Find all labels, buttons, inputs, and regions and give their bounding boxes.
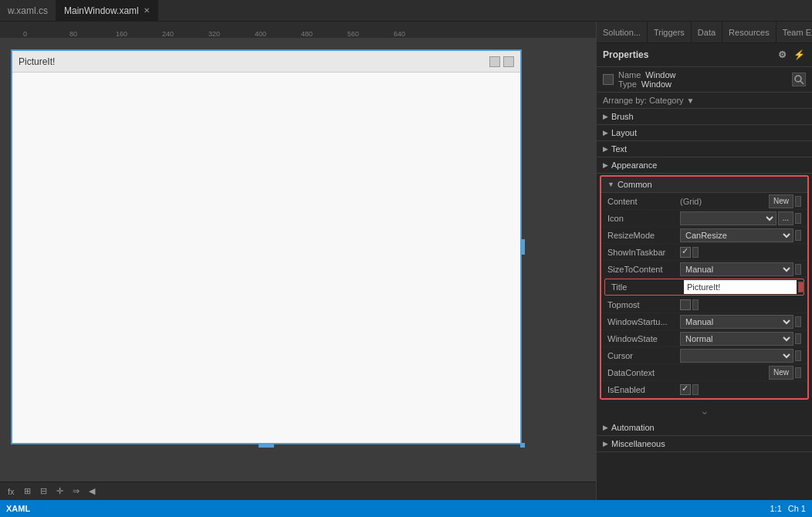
text-arrow-icon: ▶ — [603, 145, 608, 153]
prop-windowstate-select[interactable]: Normal — [680, 332, 793, 346]
prop-icon-dots-btn[interactable]: ... — [778, 211, 793, 225]
forward-button[interactable]: ⇒ — [69, 485, 83, 498]
prop-isenabled-checkbox[interactable] — [680, 384, 691, 395]
section-brush[interactable]: ▶ Brush — [597, 109, 812, 125]
prop-settings-icon[interactable]: ⚙ — [775, 48, 789, 62]
prop-taskbar-control — [680, 247, 801, 258]
section-automation[interactable]: ▶ Automation — [597, 420, 812, 436]
svg-line-1 — [800, 81, 804, 84]
common-label: Common — [617, 180, 652, 189]
prop-visibility-checkbox[interactable] — [603, 74, 614, 85]
prop-size-control: Manual — [680, 262, 801, 276]
type-label: Type — [618, 79, 637, 89]
panel-tab-resources[interactable]: Resources — [722, 22, 776, 42]
win-minimize-btn[interactable] — [489, 56, 500, 67]
arrange-by-arrow: ▼ — [687, 96, 695, 105]
panel-tab-data[interactable]: Data — [692, 22, 722, 42]
prop-topmost-label: Topmost — [607, 300, 677, 309]
tab-xaml-close[interactable]: ✕ — [144, 6, 150, 15]
prop-search-icon[interactable] — [792, 73, 806, 86]
prop-event-icon[interactable]: ⚡ — [792, 48, 806, 62]
xaml-status-bar: XAML 1:1 Ch 1 — [0, 500, 812, 517]
grid2-button[interactable]: ⊟ — [37, 485, 50, 498]
arrange-by[interactable]: Arrange by: Category ▼ — [597, 93, 812, 109]
prop-windowstartup-select[interactable]: Manual — [680, 315, 793, 329]
ruler-tick-560: 560 — [347, 30, 359, 38]
name-label: Name — [618, 70, 641, 79]
panel-tabs: Solution... Triggers Data Resources Team… — [597, 22, 812, 43]
right-panel: Solution... Triggers Data Resources Team… — [596, 22, 812, 500]
prop-windowstartup-marker — [795, 316, 801, 327]
prop-row-title: Title — [604, 279, 804, 296]
prop-datacontext-new-btn[interactable]: New — [769, 366, 793, 380]
scroll-indicator: ⌄ — [597, 401, 812, 420]
prop-datacontext-control: New — [680, 366, 801, 380]
prop-row-windowstartup: WindowStartu... Manual — [601, 313, 807, 330]
prop-taskbar-label: ShowInTaskbar — [607, 248, 677, 257]
prop-size-marker — [795, 264, 801, 275]
ruler-tick-240: 240 — [162, 30, 174, 38]
resize-handle-right[interactable] — [520, 239, 525, 255]
prop-size-select[interactable]: Manual — [680, 262, 793, 276]
section-appearance[interactable]: ▶ Appearance — [597, 157, 812, 174]
layout-arrow-icon: ▶ — [603, 129, 608, 137]
tab-xaml[interactable]: MainWindow.xaml ✕ — [56, 0, 158, 21]
brush-label: Brush — [611, 112, 634, 121]
brush-arrow-icon: ▶ — [603, 113, 608, 120]
prop-content-value: (Grid) — [680, 197, 767, 206]
prop-title-marker — [798, 282, 804, 292]
text-label: Text — [611, 144, 627, 154]
section-layout[interactable]: ▶ Layout — [597, 125, 812, 141]
ruler-tick-0: 0 — [23, 30, 27, 38]
window-content — [12, 73, 520, 443]
win-maximize-btn[interactable] — [503, 56, 514, 67]
xaml-status-right: 1:1 Ch 1 — [770, 504, 806, 513]
main-area: 0 80 160 240 320 400 480 560 640 Picture… — [0, 22, 812, 500]
cross-button[interactable]: ✛ — [53, 485, 66, 498]
prop-icon-select[interactable] — [680, 211, 776, 225]
properties-title: Properties — [603, 49, 648, 60]
prop-windowstartup-label: WindowStartu... — [607, 317, 677, 326]
prop-icon-marker — [795, 213, 801, 224]
prop-cursor-control — [680, 349, 801, 363]
type-value: Window — [641, 79, 672, 89]
panel-tab-solution[interactable]: Solution... — [597, 22, 648, 42]
fx-button[interactable]: fx — [5, 485, 18, 498]
resize-handle-corner[interactable] — [520, 443, 525, 448]
layout-label: Layout — [611, 128, 637, 137]
prop-title-control — [684, 280, 804, 294]
prop-name-type-row: Name Window Type Window — [597, 67, 812, 93]
prop-title-input[interactable] — [684, 280, 797, 294]
prop-cursor-select[interactable] — [680, 349, 793, 363]
prop-topmost-control — [680, 299, 801, 310]
tab-cs[interactable]: w.xaml.cs — [0, 0, 56, 21]
prop-taskbar-checkbox[interactable] — [680, 247, 691, 258]
prop-content-label: Content — [607, 197, 677, 206]
misc-label: Miscellaneous — [611, 439, 665, 448]
prop-row-topmost: Topmost — [601, 296, 807, 313]
ruler-tick-640: 640 — [394, 30, 405, 38]
section-miscellaneous[interactable]: ▶ Miscellaneous — [597, 436, 812, 452]
section-text[interactable]: ▶ Text — [597, 141, 812, 157]
prop-row-size: SizeToContent Manual — [601, 261, 807, 278]
tab-bar: w.xaml.cs MainWindow.xaml ✕ — [0, 0, 812, 22]
grid-button[interactable]: ⊞ — [21, 485, 34, 498]
panel-tab-triggers[interactable]: Triggers — [648, 22, 692, 42]
canvas-area[interactable]: PictureIt! — [0, 39, 596, 482]
prop-content-new-btn[interactable]: New — [769, 194, 793, 208]
ruler-tick-320: 320 — [208, 30, 220, 38]
tab-cs-label: w.xaml.cs — [8, 5, 48, 16]
xaml-status-ch: Ch 1 — [788, 504, 806, 513]
prop-resize-select[interactable]: CanResize — [680, 228, 793, 242]
ruler-tick-160: 160 — [116, 30, 127, 38]
prop-topmost-marker — [692, 299, 699, 310]
nav-button[interactable]: ◀ — [86, 485, 98, 498]
prop-windowstate-control: Normal — [680, 332, 801, 346]
prop-cursor-marker — [795, 350, 801, 361]
window-title-text: PictureIt! — [19, 56, 486, 67]
prop-topmost-checkbox[interactable] — [680, 299, 691, 310]
section-common[interactable]: ▼ Common — [601, 177, 807, 193]
resize-handle-bottom[interactable] — [259, 443, 274, 448]
panel-tab-team-ex[interactable]: Team Ex... — [776, 22, 812, 42]
prop-resize-marker — [795, 230, 801, 241]
